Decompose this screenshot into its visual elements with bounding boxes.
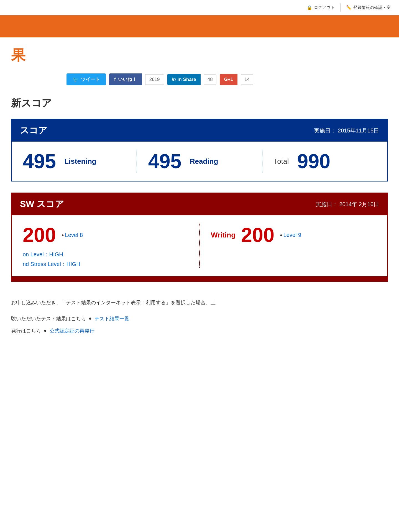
speaking-level-label: Level 8: [65, 232, 83, 238]
gplus-count: 14: [241, 74, 253, 85]
gplus-label: G+1: [224, 77, 233, 82]
writing-score: 200: [241, 224, 274, 246]
orange-banner: [0, 15, 399, 37]
main-content: 果 🐦 ツイート f いいね！ 2619 in in Share 48 G+1 …: [0, 37, 399, 290]
results-link[interactable]: テスト結果一覧: [94, 315, 129, 322]
toeic-card-body: 495 Listening 495 Reading Total 990: [12, 142, 387, 181]
reading-label: Reading: [190, 157, 218, 166]
cert-link-row: 発行はこちら ● 公式認定証の再発行: [11, 328, 388, 334]
speaking-level-link[interactable]: ● Level 8: [62, 232, 83, 238]
bottom-content: お申し込みいただき、「テスト結果のインターネット表示：利用する」を選択した場合、…: [0, 290, 399, 342]
toeic-card-header: スコア 実施日： 2015年11月15日: [12, 119, 387, 142]
listening-label: Listening: [64, 157, 96, 166]
sw-card-title: SW スコア: [20, 198, 64, 210]
sw-card-header: SW スコア 実施日： 2014年 2月16日: [12, 193, 387, 215]
result-link-row: 験いただいたテスト結果はこちら ● テスト結果一覧: [11, 315, 388, 322]
linkedin-count: 48: [204, 74, 216, 85]
speaking-sub-links: on Level：HIGH nd Stress Level：HIGH: [23, 251, 188, 268]
facebook-icon: f: [114, 77, 116, 82]
toeic-card-date: 実施日： 2015年11月15日: [314, 127, 379, 134]
settings-label: 登録情報の確認・変: [353, 5, 391, 10]
social-share-row: 🐦 ツイート f いいね！ 2619 in in Share 48 G+1 14: [11, 73, 388, 85]
twitter-icon: 🐦: [73, 76, 79, 83]
cert-link[interactable]: 公式認定証の再発行: [50, 328, 94, 334]
total-section: Total 990: [273, 150, 376, 173]
lock-icon: 🔒: [307, 5, 312, 10]
edit-icon: ✏️: [346, 5, 352, 10]
nav-divider: [340, 3, 341, 12]
cert-prefix: 発行はこちら: [11, 328, 41, 334]
facebook-like-button[interactable]: f いいね！: [109, 73, 142, 85]
sw-score-card: SW スコア 実施日： 2014年 2月16日 200 ● Level 8 on…: [11, 193, 388, 277]
section-heading: 新スコア: [11, 96, 388, 113]
speaking-score: 200: [23, 224, 56, 246]
writing-section: Writing 200 ● Level 9: [211, 224, 376, 246]
sw-footer-bar: [11, 277, 388, 282]
facebook-like-label: いいね！: [118, 76, 137, 83]
linkedin-share-button[interactable]: in in Share: [167, 74, 201, 85]
writing-label: Writing: [211, 231, 236, 239]
settings-link[interactable]: ✏️ 登録情報の確認・変: [346, 5, 391, 10]
bullet-icon-writing: ●: [280, 233, 282, 237]
page-title: 果: [11, 46, 388, 65]
results-prefix: 験いただいたテスト結果はこちら: [11, 315, 86, 322]
writing-score-row: Writing 200 ● Level 9: [211, 224, 376, 246]
cert-bullet-icon: ●: [44, 328, 47, 334]
logout-link[interactable]: 🔒 ログアウト: [307, 5, 335, 10]
facebook-count: 2619: [145, 74, 164, 85]
linkedin-share-label: in Share: [178, 77, 196, 82]
writing-level-link[interactable]: ● Level 9: [280, 232, 301, 238]
logout-label: ログアウト: [314, 5, 335, 10]
sw-card-body: 200 ● Level 8 on Level：HIGH nd Stress Le…: [12, 215, 387, 276]
total-score: 990: [297, 150, 330, 173]
speaking-sublabel1-link[interactable]: on Level：HIGH: [23, 251, 188, 258]
listening-section: 495 Listening: [23, 150, 137, 173]
sw-card-date: 実施日： 2014年 2月16日: [316, 201, 379, 208]
toeic-score-card: スコア 実施日： 2015年11月15日 495 Listening 495 R…: [11, 119, 388, 181]
toeic-card-title: スコア: [20, 124, 47, 137]
top-nav: 🔒 ログアウト ✏️ 登録情報の確認・変: [0, 0, 399, 15]
gplus-button[interactable]: G+1: [220, 74, 238, 85]
bullet-icon-speaking: ●: [62, 233, 64, 237]
writing-level-label: Level 9: [283, 232, 301, 238]
tweet-label: ツイート: [81, 76, 100, 83]
tweet-button[interactable]: 🐦 ツイート: [66, 73, 106, 85]
notice-text: お申し込みいただき、「テスト結果のインターネット表示：利用する」を選択した場合、…: [11, 298, 388, 307]
reading-section: 495 Reading: [148, 150, 263, 173]
result-bullet-icon: ●: [89, 316, 92, 321]
reading-score: 495: [148, 150, 181, 173]
speaking-score-row: 200 ● Level 8: [23, 224, 188, 246]
speaking-sublabel2-link[interactable]: nd Stress Level：HIGH: [23, 260, 188, 268]
speaking-section: 200 ● Level 8 on Level：HIGH nd Stress Le…: [23, 224, 200, 268]
listening-score: 495: [23, 150, 56, 173]
linkedin-icon: in: [172, 77, 176, 82]
total-label: Total: [273, 157, 289, 166]
